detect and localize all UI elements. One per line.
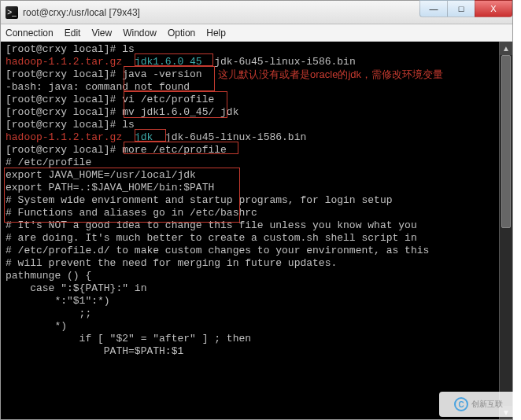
- window-title: root@crxy:/usr/local [79x43]: [23, 7, 140, 18]
- ls-out: hadoop-1.1.2.tar.gz: [6, 56, 135, 68]
- file-line: # will prevent the need for merging in f…: [6, 257, 508, 270]
- ls-dir: jdk1.6.0_45: [135, 56, 202, 68]
- menu-option[interactable]: Option: [168, 28, 195, 39]
- file-line: PATH=$PATH:$1: [6, 345, 508, 358]
- file-line: *:"$1":*): [6, 295, 508, 308]
- watermark-logo-icon: C: [454, 397, 468, 411]
- file-line: # /etc/profile: [6, 157, 508, 169]
- menu-window[interactable]: Window: [123, 28, 157, 39]
- terminal[interactable]: [root@crxy local]# ls hadoop-1.1.2.tar.g…: [1, 42, 512, 419]
- file-line: pathmunge () {: [6, 270, 508, 282]
- menu-connection[interactable]: Connection: [6, 28, 54, 39]
- window-controls: — □ X: [420, 0, 512, 17]
- cmd-ls2: ls: [122, 119, 135, 131]
- maximize-button[interactable]: □: [447, 0, 475, 17]
- file-line: *): [6, 320, 508, 333]
- ls-dir2: jdk: [135, 131, 153, 143]
- prompt: [root@crxy local]#: [6, 68, 122, 80]
- error-line: -bash: java: command not found: [6, 81, 508, 94]
- file-line: # System wide environment and startup pr…: [6, 194, 508, 207]
- file-line: # /etc/profile.d/ to make custom changes…: [6, 245, 508, 257]
- ls-out2: jdk-6u45-linux-i586.bin: [202, 56, 356, 68]
- vertical-scrollbar[interactable]: ▲ ▼: [499, 42, 512, 419]
- file-line: export PATH=.:$JAVA_HOME/bin:$PATH: [6, 182, 508, 194]
- file-line: ;;: [6, 308, 508, 320]
- file-line: # It's NOT a good idea to change this fi…: [6, 219, 508, 232]
- cmd-vi: vi /etc/profile: [122, 94, 214, 105]
- menu-help[interactable]: Help: [206, 28, 226, 39]
- ls-out3: hadoop-1.1.2.tar.gz: [6, 131, 135, 143]
- cmd-java: java -version: [122, 68, 201, 80]
- menubar: Connection Edit View Window Option Help: [1, 24, 512, 42]
- file-line: export JAVA_HOME=/usr/local/jdk: [6, 169, 508, 182]
- minimize-button[interactable]: —: [419, 0, 448, 17]
- prompt: [root@crxy local]#: [6, 94, 122, 105]
- prompt: [root@crxy local]#: [6, 144, 122, 156]
- cmd-ls: ls: [122, 43, 135, 55]
- watermark: C 创新互联: [439, 392, 518, 417]
- file-line: # Functions and aliases go in /etc/bashr…: [6, 207, 508, 219]
- scroll-up-button[interactable]: ▲: [500, 42, 512, 55]
- app-icon: >_: [6, 6, 18, 19]
- prompt: [root@crxy local]#: [6, 43, 122, 55]
- titlebar[interactable]: >_ root@crxy:/usr/local [79x43] — □ X: [1, 1, 512, 24]
- prompt: [root@crxy local]#: [6, 106, 122, 118]
- close-button[interactable]: X: [475, 0, 512, 17]
- cmd-mv: mv jdk1.6.0_45/ jdk: [122, 106, 238, 118]
- cmd-more: more /etc/profile: [122, 144, 227, 156]
- scroll-thumb[interactable]: [501, 55, 511, 228]
- menu-edit[interactable]: Edit: [65, 28, 81, 39]
- watermark-text: 创新互联: [471, 399, 503, 410]
- file-line: case ":${PATH}:" in: [6, 282, 508, 295]
- ls-out4: jdk-6u45-linux-i586.bin: [153, 131, 306, 143]
- annotation-text: 这儿默认没有或者是oracle的jdk，需修改环境变量: [218, 68, 443, 81]
- scroll-track[interactable]: [500, 55, 512, 406]
- app-window: >_ root@crxy:/usr/local [79x43] — □ X Co…: [0, 0, 513, 420]
- prompt: [root@crxy local]#: [6, 119, 122, 131]
- file-line: # are doing. It's much better to create …: [6, 232, 508, 245]
- file-line: if [ "$2" = "after" ] ; then: [6, 333, 508, 345]
- menu-view[interactable]: View: [91, 28, 112, 39]
